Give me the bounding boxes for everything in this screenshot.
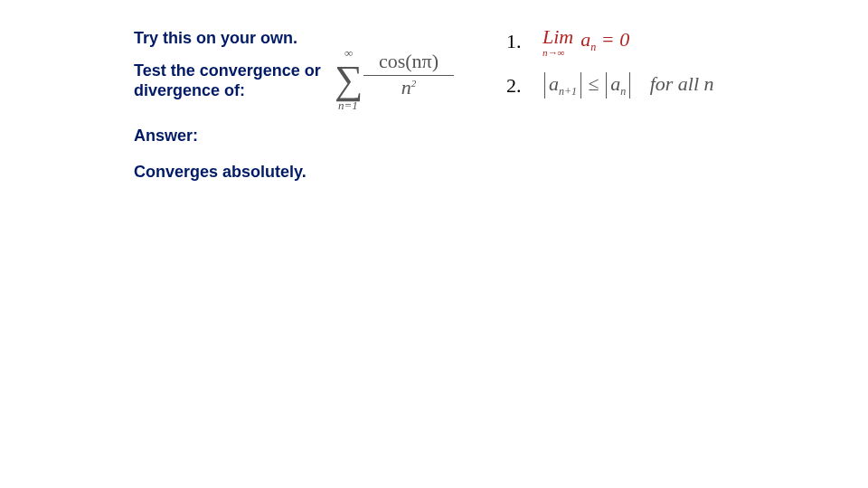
heading-try: Try this on your own. [134, 29, 297, 49]
denom-exp: 2 [411, 78, 417, 89]
condition-2-number: 2. [506, 74, 542, 98]
an2-base: a [610, 72, 620, 95]
condition-1-expr: Lim n→∞ an = 0 [542, 25, 629, 58]
answer-label: Answer: [134, 127, 198, 146]
denominator: n2 [363, 76, 454, 99]
lim-subscript: n→∞ [542, 47, 564, 58]
heading-prompt: Test the convergence or divergence of: [134, 61, 324, 100]
fraction: cos(nπ) n2 [363, 50, 454, 99]
sum-lower-limit: n=1 [338, 99, 358, 113]
eq-zero: = 0 [596, 28, 629, 51]
sigma-symbol: ∑ [335, 57, 363, 103]
abs-an2: an [606, 72, 630, 99]
lim-text: Lim [542, 25, 573, 48]
condition-2-expr: an+1 ≤ an for all n [542, 72, 714, 99]
condition-2: 2. an+1 ≤ an for all n [506, 72, 714, 99]
slide-page: Try this on your own. Test the convergen… [0, 0, 868, 488]
numerator: cos(nπ) [363, 50, 454, 76]
answer-value: Converges absolutely. [134, 163, 307, 183]
an1-sub: n+1 [559, 85, 577, 98]
leq: ≤ [583, 72, 604, 95]
abs-an1: an+1 [544, 72, 581, 99]
an2-sub: n [620, 85, 626, 98]
an-base: a [580, 28, 590, 51]
conditions-list: 1. Lim n→∞ an = 0 2. an+1 ≤ an for all n [506, 25, 714, 113]
condition-1: 1. Lim n→∞ an = 0 [506, 25, 714, 58]
condition-1-number: 1. [506, 30, 542, 53]
numerator-text: cos(nπ) [379, 50, 439, 72]
denom-base: n [401, 76, 411, 99]
an1-base: a [549, 72, 559, 95]
for-all-n: for all n [650, 72, 714, 95]
